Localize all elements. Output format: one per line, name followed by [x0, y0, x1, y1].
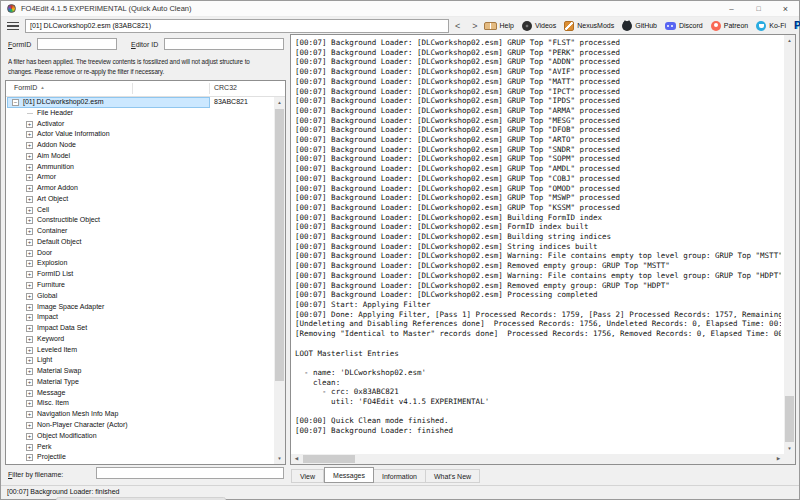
expand-icon[interactable]: +: [26, 368, 33, 375]
tree-row[interactable]: +Default Object: [6, 237, 274, 248]
expand-icon[interactable]: +: [26, 174, 33, 181]
tree-row[interactable]: +Armor Addon: [6, 183, 274, 194]
expand-icon[interactable]: +: [26, 357, 33, 364]
link-nexusmods[interactable]: NexusMods: [564, 21, 614, 31]
expand-icon[interactable]: +: [26, 121, 33, 128]
close-icon[interactable]: [772, 1, 799, 16]
expand-icon[interactable]: +: [26, 422, 33, 429]
link-paypal[interactable]: PayPal: [794, 21, 800, 31]
nav-forward-icon[interactable]: >: [466, 19, 483, 33]
expand-icon[interactable]: +: [26, 164, 33, 171]
tree-row[interactable]: +Perk: [6, 442, 274, 453]
tree-row[interactable]: +Art Object: [6, 194, 274, 205]
tree-row[interactable]: +Message: [6, 388, 274, 399]
tree-row[interactable]: +Misc. Item: [6, 398, 274, 409]
expand-icon[interactable]: +: [26, 444, 33, 451]
expand-icon[interactable]: +: [26, 131, 33, 138]
collapse-icon[interactable]: −: [12, 99, 19, 106]
expand-icon[interactable]: +: [26, 239, 33, 246]
tree-row[interactable]: −[01] DLCworkshop02.esm83ABC821: [6, 97, 274, 108]
expand-icon[interactable]: +: [26, 217, 33, 224]
tree-row[interactable]: +Leveled Item: [6, 345, 274, 356]
log-lines[interactable]: [00:07] Background Loader: [DLCworkshop0…: [295, 38, 781, 453]
expand-icon[interactable]: +: [26, 196, 33, 203]
menu-icon[interactable]: [7, 22, 19, 30]
tree-row[interactable]: +Material Type: [6, 377, 274, 388]
expand-icon[interactable]: +: [26, 379, 33, 386]
tree-scrollbar[interactable]: ▲ ▼: [274, 97, 285, 464]
editorid-input[interactable]: [164, 38, 284, 50]
tree-row[interactable]: +Impact: [6, 312, 274, 323]
expand-icon[interactable]: +: [26, 314, 33, 321]
tree-row[interactable]: +Image Space Adapter: [6, 302, 274, 313]
expand-icon[interactable]: +: [26, 454, 33, 461]
tab-view[interactable]: View: [291, 469, 324, 483]
scroll-thumb[interactable]: [275, 109, 284, 381]
tab-messages[interactable]: Messages: [324, 467, 374, 483]
expand-icon[interactable]: +: [26, 185, 33, 192]
tree-row[interactable]: +Material Swap: [6, 366, 274, 377]
filter-by-filename-input[interactable]: [96, 467, 284, 479]
tree-row[interactable]: +Addon Node: [6, 140, 274, 151]
column-divider[interactable]: [132, 83, 133, 94]
tree-row[interactable]: +Navigation Mesh Info Map: [6, 409, 274, 420]
tab-information[interactable]: Information: [374, 469, 426, 483]
expand-icon[interactable]: +: [26, 433, 33, 440]
expand-icon[interactable]: +: [26, 325, 33, 332]
scroll-down-icon[interactable]: ▼: [784, 443, 795, 454]
tree-row[interactable]: +Keyword: [6, 334, 274, 345]
expand-icon[interactable]: +: [26, 282, 33, 289]
link-videos[interactable]: Videos: [522, 21, 556, 31]
log-horizontal-scrollbar[interactable]: ◀ ▶: [291, 454, 784, 464]
expand-icon[interactable]: +: [26, 153, 33, 160]
expand-icon[interactable]: +: [26, 293, 33, 300]
tree-row[interactable]: +Armor: [6, 172, 274, 183]
scroll-right-icon[interactable]: ▶: [773, 453, 784, 464]
scroll-left-icon[interactable]: ◀: [291, 453, 302, 464]
tree-row[interactable]: File Header: [6, 108, 274, 119]
tree-row[interactable]: +FormID List: [6, 269, 274, 280]
tree-row[interactable]: +Container: [6, 226, 274, 237]
link-patreon[interactable]: Patreon: [711, 21, 749, 31]
tree-row[interactable]: +Cell: [6, 205, 274, 216]
expand-icon[interactable]: +: [26, 336, 33, 343]
tree-row[interactable]: +Light: [6, 355, 274, 366]
expand-icon[interactable]: +: [26, 271, 33, 278]
column-divider[interactable]: [209, 83, 210, 94]
expand-icon[interactable]: +: [26, 304, 33, 311]
expand-icon[interactable]: +: [26, 250, 33, 257]
link-kofi[interactable]: Ko-Fi: [756, 21, 786, 31]
scroll-thumb[interactable]: [303, 455, 355, 463]
link-help[interactable]: Help: [484, 22, 514, 30]
expand-icon[interactable]: +: [26, 207, 33, 214]
expand-icon[interactable]: +: [26, 411, 33, 418]
tree-row[interactable]: +Ammunition: [6, 162, 274, 173]
scroll-down-icon[interactable]: ▼: [274, 453, 285, 464]
link-github[interactable]: GitHub: [622, 21, 657, 31]
expand-icon[interactable]: +: [26, 400, 33, 407]
column-header-formid[interactable]: FormID▲: [14, 84, 45, 91]
tree-row[interactable]: +Furniture: [6, 280, 274, 291]
tree-row[interactable]: +Actor Value Information: [6, 129, 274, 140]
tree-row[interactable]: +Activator: [6, 119, 274, 130]
formid-input[interactable]: [37, 38, 117, 50]
expand-icon[interactable]: +: [26, 142, 33, 149]
maximize-icon[interactable]: [745, 1, 772, 16]
tree-row[interactable]: +Non-Player Character (Actor): [6, 420, 274, 431]
expand-icon[interactable]: +: [26, 390, 33, 397]
tree-row[interactable]: +Impact Data Set: [6, 323, 274, 334]
tree-row[interactable]: +Global: [6, 291, 274, 302]
expand-icon[interactable]: +: [26, 228, 33, 235]
plugin-selector[interactable]: [01] DLCworkshop02.esm (83ABC821): [25, 19, 449, 33]
tree-row[interactable]: +Aim Model: [6, 151, 274, 162]
tree-row[interactable]: +Projectile: [6, 452, 274, 463]
link-discord[interactable]: Discord: [665, 22, 703, 30]
tab-what-s-new[interactable]: What's New: [426, 469, 480, 483]
column-header-crc32[interactable]: CRC32: [214, 84, 237, 91]
minimize-icon[interactable]: [718, 1, 745, 16]
tree-row[interactable]: +Object Modification: [6, 431, 274, 442]
expand-icon[interactable]: +: [26, 347, 33, 354]
tree-row[interactable]: +Door: [6, 248, 274, 259]
log-vertical-scrollbar[interactable]: ▲ ▼: [784, 35, 795, 454]
expand-icon[interactable]: +: [26, 260, 33, 267]
